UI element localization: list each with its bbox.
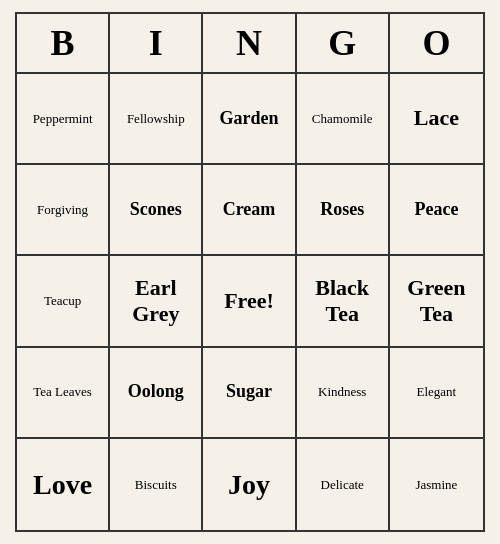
bingo-cell-16: Oolong bbox=[110, 348, 203, 439]
cell-text-9: Peace bbox=[414, 199, 458, 221]
bingo-cell-8: Roses bbox=[297, 165, 390, 256]
bingo-header: B I N G O bbox=[17, 14, 483, 74]
cell-text-0: Peppermint bbox=[33, 111, 93, 127]
header-g: G bbox=[297, 14, 390, 72]
cell-text-14: Green Tea bbox=[394, 275, 479, 328]
bingo-cell-12: Free! bbox=[203, 256, 296, 347]
cell-text-18: Kindness bbox=[318, 384, 366, 400]
cell-text-16: Oolong bbox=[128, 381, 184, 403]
cell-text-11: Earl Grey bbox=[114, 275, 197, 328]
bingo-cell-7: Cream bbox=[203, 165, 296, 256]
cell-text-4: Lace bbox=[414, 105, 459, 131]
bingo-cell-19: Elegant bbox=[390, 348, 483, 439]
cell-text-7: Cream bbox=[223, 199, 276, 221]
bingo-cell-13: Black Tea bbox=[297, 256, 390, 347]
header-i: I bbox=[110, 14, 203, 72]
header-n: N bbox=[203, 14, 296, 72]
header-o: O bbox=[390, 14, 483, 72]
cell-text-22: Joy bbox=[228, 468, 270, 502]
bingo-cell-1: Fellowship bbox=[110, 74, 203, 165]
header-b: B bbox=[17, 14, 110, 72]
cell-text-19: Elegant bbox=[417, 384, 457, 400]
cell-text-6: Scones bbox=[130, 199, 182, 221]
bingo-cell-5: Forgiving bbox=[17, 165, 110, 256]
cell-text-1: Fellowship bbox=[127, 111, 185, 127]
cell-text-8: Roses bbox=[320, 199, 364, 221]
bingo-cell-11: Earl Grey bbox=[110, 256, 203, 347]
cell-text-3: Chamomile bbox=[312, 111, 373, 127]
bingo-cell-0: Peppermint bbox=[17, 74, 110, 165]
cell-text-17: Sugar bbox=[226, 381, 272, 403]
bingo-cell-23: Delicate bbox=[297, 439, 390, 530]
cell-text-13: Black Tea bbox=[301, 275, 384, 328]
bingo-grid: PeppermintFellowshipGardenChamomileLaceF… bbox=[17, 74, 483, 530]
bingo-card: B I N G O PeppermintFellowshipGardenCham… bbox=[15, 12, 485, 532]
bingo-cell-2: Garden bbox=[203, 74, 296, 165]
bingo-cell-9: Peace bbox=[390, 165, 483, 256]
cell-text-2: Garden bbox=[219, 108, 278, 130]
cell-text-15: Tea Leaves bbox=[33, 384, 92, 400]
cell-text-5: Forgiving bbox=[37, 202, 88, 218]
bingo-cell-14: Green Tea bbox=[390, 256, 483, 347]
cell-text-21: Biscuits bbox=[135, 477, 177, 493]
bingo-cell-3: Chamomile bbox=[297, 74, 390, 165]
bingo-cell-6: Scones bbox=[110, 165, 203, 256]
cell-text-20: Love bbox=[33, 468, 92, 502]
cell-text-12: Free! bbox=[224, 288, 274, 314]
cell-text-24: Jasmine bbox=[415, 477, 457, 493]
bingo-cell-17: Sugar bbox=[203, 348, 296, 439]
bingo-cell-24: Jasmine bbox=[390, 439, 483, 530]
bingo-cell-22: Joy bbox=[203, 439, 296, 530]
bingo-cell-18: Kindness bbox=[297, 348, 390, 439]
bingo-cell-20: Love bbox=[17, 439, 110, 530]
bingo-cell-4: Lace bbox=[390, 74, 483, 165]
bingo-cell-21: Biscuits bbox=[110, 439, 203, 530]
bingo-cell-15: Tea Leaves bbox=[17, 348, 110, 439]
cell-text-23: Delicate bbox=[321, 477, 364, 493]
cell-text-10: Teacup bbox=[44, 293, 81, 309]
bingo-cell-10: Teacup bbox=[17, 256, 110, 347]
